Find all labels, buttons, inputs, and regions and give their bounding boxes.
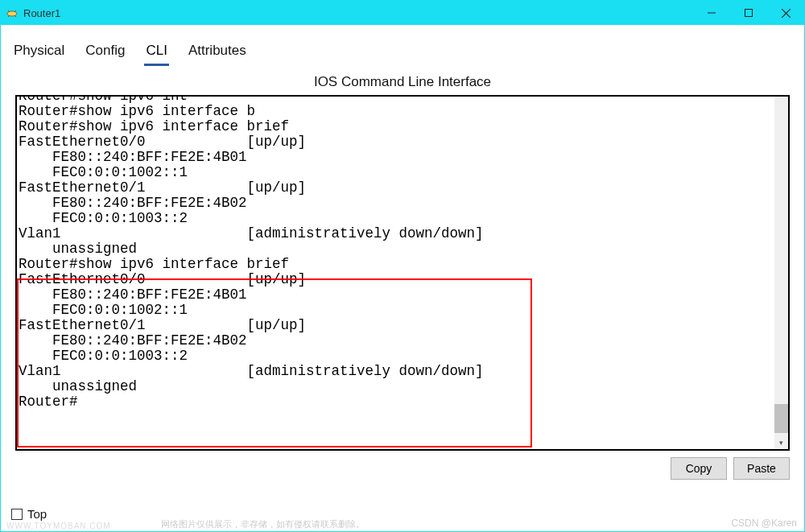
terminal-line: FastEthernet0/1 [up/up] (19, 180, 788, 196)
copy-button[interactable]: Copy (671, 457, 727, 480)
scrollbar-vertical[interactable]: ▾ (774, 97, 788, 449)
window-title: Router1 (23, 7, 60, 19)
watermark-left: WWW.TOYMOBAN.COM (6, 522, 111, 530)
terminal-line: unassigned (19, 241, 788, 257)
terminal-line: Router#show ipv6 interface brief (19, 119, 788, 134)
terminal-line: FE80::240:BFF:FE2E:4B01 (19, 287, 788, 303)
top-checkbox[interactable] (11, 509, 23, 520)
terminal-line: FE80::240:BFF:FE2E:4B02 (19, 333, 788, 348)
paste-button[interactable]: Paste (733, 457, 790, 480)
window-controls (693, 1, 804, 25)
cli-heading: IOS Command Line Interface (15, 69, 790, 95)
terminal-line: FEC0:0:0:1002::1 (19, 303, 788, 318)
terminal-line: FastEthernet0/0 [up/up] (19, 134, 788, 150)
terminal-line: FE80::240:BFF:FE2E:4B01 (19, 150, 788, 165)
titlebar[interactable]: Router1 (1, 1, 804, 25)
terminal-line: FastEthernet0/1 [up/up] (19, 318, 788, 333)
terminal-line: Vlan1 [administratively down/down] (19, 364, 788, 379)
terminal-line: unassigned (19, 379, 788, 394)
terminal-container: Router#show ipv6 intRouter#show ipv6 int… (15, 95, 790, 451)
watermark-right: CSDN @Karen (731, 518, 797, 529)
terminal-line: Router# (19, 394, 788, 410)
terminal-line: Vlan1 [administratively down/down] (19, 226, 788, 241)
scrollbar-thumb[interactable] (774, 404, 788, 433)
svg-rect-2 (745, 10, 753, 17)
close-button[interactable] (767, 1, 804, 25)
terminal-line: Router#show ipv6 interface brief (19, 257, 788, 272)
tab-config[interactable]: Config (84, 39, 126, 66)
router-icon (6, 6, 19, 19)
toolbar-spacer (1, 25, 804, 33)
terminal[interactable]: Router#show ipv6 intRouter#show ipv6 int… (17, 97, 788, 449)
terminal-line: FastEthernet0/0 [up/up] (19, 272, 788, 287)
terminal-line: FEC0:0:0:1003::2 (19, 348, 788, 364)
tab-bar: Physical Config CLI Attributes (1, 33, 804, 66)
button-row: Copy Paste (15, 451, 790, 480)
tab-attributes[interactable]: Attributes (187, 39, 248, 66)
app-window: Router1 Physical Config CLI Attributes I… (0, 0, 805, 532)
maximize-button[interactable] (730, 1, 767, 25)
minimize-button[interactable] (693, 1, 730, 25)
content-area: IOS Command Line Interface Router#show i… (1, 66, 804, 531)
tab-physical[interactable]: Physical (12, 39, 66, 66)
watermark-center: 网络图片仅供展示，非存储，如有侵权请联系删除。 (161, 518, 365, 530)
terminal-line: FE80::240:BFF:FE2E:4B02 (19, 196, 788, 211)
svg-point-0 (7, 11, 17, 16)
terminal-line: Router#show ipv6 interface b (19, 104, 788, 119)
top-label: Top (27, 507, 47, 521)
terminal-line: FEC0:0:0:1003::2 (19, 211, 788, 226)
terminal-line: FEC0:0:0:1002::1 (19, 165, 788, 180)
scrollbar-down-icon[interactable]: ▾ (774, 435, 788, 449)
tab-cli[interactable]: CLI (144, 39, 168, 66)
